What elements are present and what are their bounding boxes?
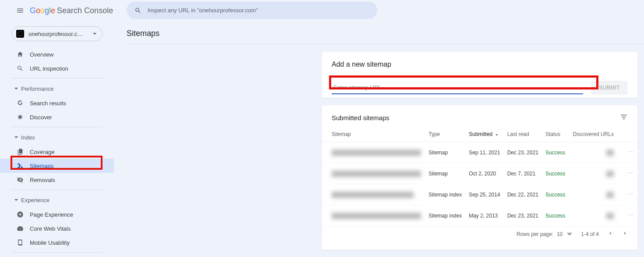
google-logo-text: Google bbox=[30, 6, 55, 15]
sitemap-url-input[interactable] bbox=[332, 81, 583, 94]
nav-coverage[interactable]: Coverage bbox=[0, 145, 114, 159]
nav-sitemaps[interactable]: Sitemaps bbox=[0, 159, 114, 173]
col-last-read[interactable]: Last read bbox=[504, 127, 542, 142]
submit-button[interactable]: SUBMIT bbox=[591, 81, 628, 95]
submitted-sitemaps-heading: Submitted sitemaps bbox=[332, 114, 389, 121]
cell-last-read: Dec 23, 2021 bbox=[504, 142, 542, 163]
svg-point-4 bbox=[630, 172, 631, 174]
cell-sitemap: ████████████████████████ bbox=[332, 150, 421, 156]
cell-last-read: Dec 7, 2021 bbox=[504, 163, 542, 184]
row-menu-button[interactable] bbox=[623, 184, 637, 205]
row-menu-button[interactable] bbox=[623, 205, 637, 226]
svg-point-8 bbox=[632, 193, 633, 195]
search-icon bbox=[134, 7, 142, 14]
sidebar: onehourprofessor.c… Overview URL inspect… bbox=[0, 21, 114, 257]
cell-submitted: Sep 11, 2021 bbox=[465, 142, 503, 163]
nav-discover[interactable]: Discover bbox=[0, 110, 114, 124]
cell-status: Success bbox=[542, 184, 570, 205]
col-status[interactable]: Status bbox=[542, 127, 570, 142]
filter-icon bbox=[620, 113, 628, 121]
col-sitemap[interactable]: Sitemap bbox=[322, 127, 425, 142]
col-submitted[interactable]: Submitted bbox=[465, 127, 503, 142]
svg-point-1 bbox=[630, 151, 631, 153]
svg-point-2 bbox=[632, 151, 633, 153]
cell-type: Sitemap bbox=[425, 142, 465, 163]
svg-point-0 bbox=[628, 151, 629, 153]
sitemap-icon bbox=[17, 162, 27, 169]
divider bbox=[11, 252, 103, 253]
page-title: Sitemaps bbox=[127, 21, 644, 46]
svg-point-11 bbox=[632, 214, 633, 216]
table-row[interactable]: ████████████████████████SitemapOct 2, 20… bbox=[322, 163, 637, 184]
table-row[interactable]: ████████████████████████SitemapSep 11, 2… bbox=[322, 142, 637, 163]
url-inspect-search[interactable]: Inspect any URL in "onehourprofessor.com… bbox=[127, 2, 377, 19]
product-name: Search Console bbox=[57, 6, 113, 15]
cell-type: Sitemap bbox=[425, 163, 465, 184]
rows-per-page-value[interactable]: 10 bbox=[557, 231, 563, 237]
pager-next-button[interactable] bbox=[622, 230, 629, 238]
search-icon bbox=[17, 65, 27, 72]
nav-overview[interactable]: Overview bbox=[0, 47, 114, 61]
nav-section-performance[interactable]: Performance bbox=[0, 81, 114, 96]
chevron-down-icon bbox=[14, 86, 18, 91]
cell-submitted: Oct 2, 2020 bbox=[465, 163, 503, 184]
home-icon bbox=[17, 51, 27, 58]
table-row[interactable]: ██████████████████████Sitemap indexSep 2… bbox=[322, 184, 637, 205]
nav-section-enhancements[interactable]: Enhancements bbox=[0, 255, 114, 257]
cell-discovered: ██ bbox=[606, 171, 614, 177]
property-name: onehourprofessor.c… bbox=[28, 31, 90, 37]
nav-section-index[interactable]: Index bbox=[0, 130, 114, 145]
nav-url-inspection[interactable]: URL inspection bbox=[0, 61, 114, 75]
more-icon bbox=[627, 190, 634, 197]
cell-discovered: ██ bbox=[606, 213, 614, 219]
cell-sitemap: ██████████████████████ bbox=[332, 192, 414, 198]
pager-range: 1-4 of 4 bbox=[581, 231, 599, 237]
property-selector[interactable]: onehourprofessor.c… bbox=[11, 26, 103, 41]
add-sitemap-heading: Add a new sitemap bbox=[332, 61, 628, 68]
pages-icon bbox=[17, 148, 27, 155]
nav-page-experience[interactable]: Page Experience bbox=[0, 207, 114, 221]
chevron-down-icon bbox=[14, 135, 18, 139]
property-favicon bbox=[16, 30, 24, 38]
divider bbox=[11, 189, 103, 190]
table-row[interactable]: ████████████████████████Sitemap indexMay… bbox=[322, 205, 637, 226]
svg-point-6 bbox=[628, 193, 629, 195]
nav-mobile-usability[interactable]: Mobile Usability bbox=[0, 236, 114, 250]
cell-discovered: ██ bbox=[606, 192, 614, 198]
divider bbox=[11, 78, 103, 79]
cell-submitted: May 2, 2013 bbox=[465, 205, 503, 226]
cell-last-read: Dec 22, 2021 bbox=[504, 184, 542, 205]
asterisk-icon bbox=[17, 114, 27, 121]
nav-section-experience[interactable]: Experience bbox=[0, 193, 114, 207]
sitemaps-table: Sitemap Type Submitted Last read Status … bbox=[322, 127, 637, 226]
mobile-icon bbox=[17, 239, 27, 246]
chevron-down-icon bbox=[92, 31, 97, 37]
svg-point-3 bbox=[628, 172, 629, 174]
nav-core-web-vitals[interactable]: Core Web Vitals bbox=[0, 221, 114, 236]
svg-point-5 bbox=[632, 172, 633, 174]
main-content: Sitemaps bbox=[127, 21, 644, 46]
plus-circle-icon bbox=[17, 211, 27, 218]
hamburger-menu-button[interactable] bbox=[15, 5, 25, 16]
cell-sitemap: ████████████████████████ bbox=[332, 213, 421, 219]
row-menu-button[interactable] bbox=[623, 163, 637, 184]
col-discovered[interactable]: Discovered URLs bbox=[570, 127, 623, 142]
chevron-right-icon bbox=[622, 230, 629, 237]
pager-prev-button[interactable] bbox=[607, 230, 614, 238]
cell-type: Sitemap index bbox=[425, 205, 465, 226]
rows-per-page-label: Rows per page: bbox=[517, 231, 553, 237]
nav-removals[interactable]: Removals bbox=[0, 173, 114, 187]
search-placeholder-text: Inspect any URL in "onehourprofessor.com… bbox=[148, 7, 258, 14]
svg-point-9 bbox=[628, 214, 629, 216]
more-icon bbox=[627, 148, 634, 155]
hamburger-icon bbox=[16, 7, 24, 14]
svg-point-7 bbox=[630, 193, 631, 195]
header-divider bbox=[127, 44, 644, 44]
nav-search-results[interactable]: Search results bbox=[0, 96, 114, 110]
row-menu-button[interactable] bbox=[623, 142, 637, 163]
filter-button[interactable] bbox=[620, 113, 628, 122]
col-type[interactable]: Type bbox=[425, 127, 465, 142]
divider bbox=[11, 127, 103, 127]
svg-point-10 bbox=[630, 214, 631, 216]
eye-off-icon bbox=[17, 176, 27, 183]
